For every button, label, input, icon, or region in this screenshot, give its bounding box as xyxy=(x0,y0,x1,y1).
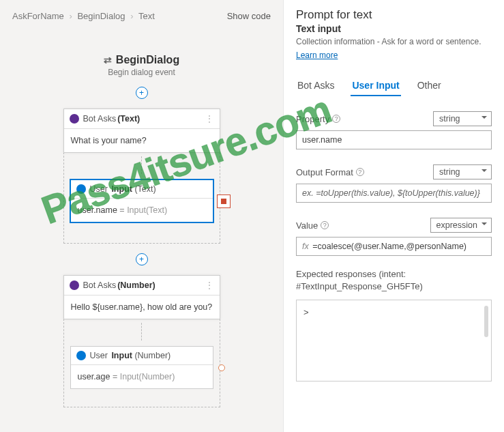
user-input-number-node[interactable]: User Input (Number) user.age = Input(Num… xyxy=(70,346,213,389)
expected-responses-label: Expected responses (intent: #TextInput_R… xyxy=(296,268,492,293)
value-type-select[interactable]: expression xyxy=(430,218,492,233)
learn-more-link[interactable]: Learn more xyxy=(296,51,338,60)
help-icon[interactable]: ? xyxy=(356,168,364,176)
value-label: Value? xyxy=(296,220,329,231)
chevron-right-icon: › xyxy=(130,11,133,21)
property-label: Property? xyxy=(296,114,340,124)
panel-title: Prompt for text xyxy=(296,8,492,22)
bot-asks-number-body: Hello ${user.name}, how old are you? xyxy=(64,296,220,319)
property-type-select[interactable]: string xyxy=(433,111,492,126)
output-format-input[interactable]: ex. =toUpper(this.value), ${toUpper(this… xyxy=(296,184,492,203)
bot-asks-text-body: What is your name? xyxy=(64,129,220,152)
node-menu-icon[interactable]: ⋮ xyxy=(205,113,214,124)
output-format-label: Output Format? xyxy=(296,167,364,177)
breadcrumb-item[interactable]: Text xyxy=(138,11,155,21)
trigger-subtitle: Begin dialog event xyxy=(108,68,175,77)
panel-description: Collection information - Ask for a word … xyxy=(296,37,492,46)
panel-subtitle: Text input xyxy=(296,23,492,34)
user-input-number-group: User Input (Number) user.age = Input(Num… xyxy=(63,319,220,407)
user-input-number-body: user.age = Input(Number) xyxy=(71,365,213,388)
scrollbar[interactable] xyxy=(484,306,488,337)
tab-bot-asks[interactable]: Bot Asks xyxy=(296,76,336,96)
tab-user-input[interactable]: User Input xyxy=(351,76,400,96)
breadcrumb[interactable]: AskForName › BeginDialog › Text xyxy=(12,11,155,21)
user-input-text-body: user.name = Input(Text) xyxy=(71,199,213,222)
add-action-button[interactable]: + xyxy=(136,87,148,99)
add-action-button[interactable]: + xyxy=(136,253,148,265)
property-input[interactable]: user.name xyxy=(296,130,492,149)
connector-dot-icon[interactable] xyxy=(218,364,225,371)
user-icon xyxy=(76,351,86,360)
value-input[interactable]: fx =coalesce(@user.Name,@personName) xyxy=(296,237,492,256)
trigger-title: ⇄ BeginDialog xyxy=(104,54,179,66)
breadcrumb-item[interactable]: BeginDialog xyxy=(77,11,125,21)
user-icon xyxy=(76,184,86,194)
tab-other[interactable]: Other xyxy=(416,76,443,96)
show-code-button[interactable]: Show code xyxy=(227,11,271,21)
trigger-icon: ⇄ xyxy=(104,55,112,66)
node-menu-icon[interactable]: ⋮ xyxy=(205,280,214,291)
bot-icon xyxy=(70,280,79,290)
help-icon[interactable]: ? xyxy=(332,115,340,123)
bot-asks-number-node[interactable]: Bot Asks (Number) ⋮ Hello ${user.name}, … xyxy=(63,275,220,319)
breadcrumb-item[interactable]: AskForName xyxy=(12,11,64,21)
bot-icon xyxy=(70,114,79,124)
help-icon[interactable]: ? xyxy=(321,221,329,229)
panel-tabs: Bot Asks User Input Other xyxy=(296,76,492,96)
chevron-right-icon: › xyxy=(69,11,72,21)
user-input-text-node[interactable]: User Input (Text) user.name = Input(Text… xyxy=(70,179,213,222)
bot-asks-text-node[interactable]: Bot Asks (Text) ⋮ What is your name? xyxy=(63,109,220,153)
selection-handle-icon[interactable] xyxy=(217,195,231,208)
expected-responses-input[interactable]: > xyxy=(296,300,492,381)
output-format-type-select[interactable]: string xyxy=(433,164,492,179)
user-input-text-group: User Input (Text) user.name = Input(Text… xyxy=(63,152,220,244)
